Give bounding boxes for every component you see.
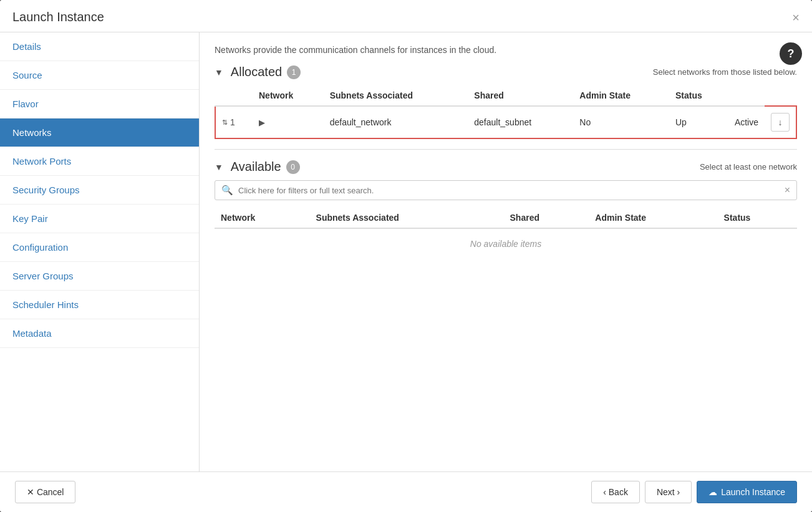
col-shared-available: Shared [504,208,589,228]
modal-body: Details Source Flavor Networks Network P… [0,32,812,471]
allocated-row: ⇅ 1 ▶ default_network default_subnet No … [215,106,796,138]
available-table: Network Subnets Associated Shared Admin … [215,208,797,259]
expand-icon[interactable]: ▶ [259,118,265,127]
allocated-hint: Select networks from those listed below. [653,67,797,77]
launch-instance-button[interactable]: ☁ Launch Instance [697,481,797,503]
modal-footer: ✕ Cancel ‹ Back Next › ☁ Launch Instance [0,471,812,512]
row-subnets-cell: default_subnet [468,106,573,138]
help-button[interactable]: ? [780,42,802,65]
main-content: ? Networks provide the communication cha… [200,32,812,471]
sidebar-item-networks[interactable]: Networks [0,118,199,147]
col-order [215,85,253,106]
row-admin-state-cell: Up [669,106,728,138]
row-expand-cell: ▶ [253,106,324,138]
row-order: ⇅ 1 [222,117,246,127]
empty-message: No available items [215,228,797,259]
launch-instance-modal: Launch Instance × Details Source Flavor … [0,0,812,512]
sidebar-item-key-pair[interactable]: Key Pair [0,205,199,233]
available-chevron-icon: ▼ [215,162,223,172]
allocated-section-header: ▼ Allocated 1 Select networks from those… [215,65,797,79]
col-status-allocated: Status [669,85,728,106]
sidebar-item-metadata[interactable]: Metadata [0,319,199,348]
col-admin-state-allocated: Admin State [573,85,669,106]
search-clear-icon[interactable]: × [785,185,790,196]
col-subnets-available: Subnets Associated [310,208,504,228]
allocated-chevron-icon: ▼ [215,67,223,77]
content-description: Networks provide the communication chann… [215,45,797,55]
row-name-cell: default_network [324,106,468,138]
launch-icon: ☁ [708,487,717,497]
row-shared-cell: No [573,106,669,138]
launch-label: Launch Instance [721,487,785,497]
col-network-allocated: Network [253,85,324,106]
search-bar: 🔍 × [215,180,797,200]
sidebar-item-server-groups[interactable]: Server Groups [0,262,199,291]
search-icon: 🔍 [221,185,233,196]
move-down-button[interactable]: ↓ [771,113,790,132]
sidebar-item-details[interactable]: Details [0,32,199,61]
section-divider [215,149,797,150]
footer-right: ‹ Back Next › ☁ Launch Instance [591,481,797,503]
row-status-cell: Active [728,106,765,138]
cancel-button[interactable]: ✕ Cancel [15,481,75,503]
col-subnets-allocated: Subnets Associated [324,85,468,106]
sort-icon: ⇅ [222,118,228,127]
close-button[interactable]: × [792,11,800,24]
available-count-badge: 0 [286,160,300,174]
row-order-cell: ⇅ 1 [215,106,253,138]
sidebar-item-configuration[interactable]: Configuration [0,233,199,262]
row-move-down-cell: ↓ [765,106,796,138]
modal-header: Launch Instance × [0,0,812,32]
next-button[interactable]: Next › [645,481,692,503]
empty-row: No available items [215,228,797,259]
sidebar: Details Source Flavor Networks Network P… [0,32,200,471]
available-title: ▼ Available 0 [215,160,300,174]
search-input[interactable] [238,186,785,195]
allocated-table: Network Subnets Associated Shared Admin … [215,85,797,139]
sidebar-item-network-ports[interactable]: Network Ports [0,147,199,176]
available-section-header: ▼ Available 0 Select at least one networ… [215,160,797,174]
sidebar-item-flavor[interactable]: Flavor [0,90,199,118]
available-hint: Select at least one network [700,162,797,171]
allocated-count-badge: 1 [287,65,301,79]
sidebar-item-source[interactable]: Source [0,61,199,90]
allocated-title: ▼ Allocated 1 [215,65,301,79]
col-action-allocated [728,85,765,106]
col-shared-allocated: Shared [468,85,573,106]
modal-title: Launch Instance [12,10,104,24]
sidebar-item-security-groups[interactable]: Security Groups [0,176,199,205]
col-status-available: Status [718,208,797,228]
sidebar-item-scheduler-hints[interactable]: Scheduler Hints [0,291,199,319]
back-button[interactable]: ‹ Back [591,481,640,503]
col-admin-state-available: Admin State [589,208,717,228]
allocated-table-wrapper: Network Subnets Associated Shared Admin … [215,85,797,139]
col-network-available: Network [215,208,310,228]
